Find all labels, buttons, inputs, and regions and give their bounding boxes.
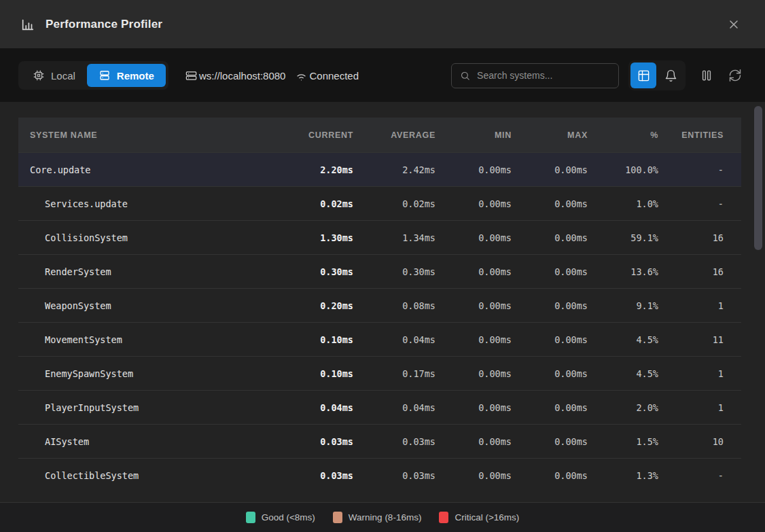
max-value: 0.00ms [512,198,588,209]
system-name: CollisionSystem [30,232,275,243]
connection-mode-toggle: Local Remote [18,61,168,90]
entities-value: 10 [658,436,724,447]
remote-mode-label: Remote [117,70,154,82]
cpu-icon [33,69,45,82]
remote-mode-button[interactable]: Remote [87,64,166,87]
table-row[interactable]: MovementSystem 0.10ms 0.04ms 0.00ms 0.00… [18,322,741,356]
min-value: 0.00ms [435,300,512,311]
column-header-min: MIN [435,130,512,140]
max-value: 0.00ms [512,368,588,379]
column-header-current: CURRENT [275,130,353,140]
max-value: 0.00ms [512,470,588,481]
average-value: 0.04ms [353,402,435,413]
average-value: 0.17ms [353,368,435,379]
alerts-button[interactable] [658,63,683,88]
critical-label: Critical (>16ms) [455,512,519,522]
current-value: 0.10ms [275,368,353,379]
local-mode-button[interactable]: Local [21,64,87,87]
table-row[interactable]: AISystem 0.03ms 0.03ms 0.00ms 0.00ms 1.5… [18,424,741,458]
column-header-max: MAX [512,130,588,140]
title-bar: Performance Profiler [0,0,765,49]
table-row[interactable]: Services.update 0.02ms 0.02ms 0.00ms 0.0… [18,186,741,220]
min-value: 0.00ms [435,266,512,277]
table-row[interactable]: RenderSystem 0.30ms 0.30ms 0.00ms 0.00ms… [18,254,741,288]
table-row[interactable]: EnemySpawnSystem 0.10ms 0.17ms 0.00ms 0.… [18,356,741,390]
system-name: RenderSystem [30,266,275,277]
current-value: 0.20ms [275,300,353,311]
toolbar: Local Remote ws://localhost:8080 [0,49,765,102]
table-row[interactable]: CollisionSystem 1.30ms 1.34ms 0.00ms 0.0… [18,220,741,254]
percent-value: 2.0% [588,402,658,413]
view-buttons-group [628,60,686,90]
pause-button[interactable] [695,64,718,87]
system-name: Core.update [30,164,275,175]
column-header-system-name: SYSTEM NAME [30,130,275,140]
average-value: 0.04ms [353,334,435,345]
min-value: 0.00ms [435,368,512,379]
current-value: 2.20ms [275,164,353,175]
table-row[interactable]: WeaponSystem 0.20ms 0.08ms 0.00ms 0.00ms… [18,288,741,322]
good-label: Good (<8ms) [262,512,315,522]
percent-value: 1.0% [588,198,658,209]
min-value: 0.00ms [435,232,512,243]
layout-grid-icon [637,69,650,82]
entities-value: - [658,198,724,209]
percent-value: 1.5% [588,436,658,447]
min-value: 0.00ms [435,470,512,481]
current-value: 0.03ms [275,470,353,481]
connection-status: Connected [309,70,359,82]
legend-item-critical: Critical (>16ms) [439,512,519,523]
column-header-average: AVERAGE [353,130,435,140]
average-value: 2.42ms [353,164,435,175]
table-row[interactable]: Core.update 2.20ms 2.42ms 0.00ms 0.00ms … [18,152,741,186]
system-name: AISystem [30,436,275,447]
entities-value: 1 [658,300,724,311]
current-value: 0.30ms [275,266,353,277]
system-name: PlayerInputSystem [30,402,275,413]
average-value: 0.03ms [353,470,435,481]
system-name: Services.update [30,198,275,209]
min-value: 0.00ms [435,402,512,413]
max-value: 0.00ms [512,164,588,175]
bell-icon [664,69,677,82]
average-value: 0.02ms [353,198,435,209]
min-value: 0.00ms [435,436,512,447]
entities-value: 16 [658,232,724,243]
search-box [451,63,619,88]
connection-info: ws://localhost:8080 Connected [185,69,359,82]
scrollbar-track[interactable] [754,103,762,502]
table-view-button[interactable] [630,63,656,88]
percent-value: 4.5% [588,368,658,379]
system-name: EnemySpawnSystem [30,368,275,379]
entities-value: 11 [658,334,724,345]
table-row[interactable]: CollectibleSystem 0.03ms 0.03ms 0.00ms 0… [18,458,741,487]
average-value: 0.30ms [353,266,435,277]
entities-value: - [658,470,724,481]
pause-icon [700,69,713,82]
ws-url-group: ws://localhost:8080 [185,69,286,82]
search-input[interactable] [477,70,610,81]
legend-item-warning: Warning (8-16ms) [333,512,422,523]
current-value: 0.10ms [275,334,353,345]
percent-value: 4.5% [588,334,658,345]
systems-table: SYSTEM NAME CURRENT AVERAGE MIN MAX % EN… [18,118,741,487]
current-value: 0.04ms [275,402,353,413]
percent-value: 1.3% [588,470,658,481]
close-icon [727,18,741,31]
column-header-entities: ENTITIES [658,130,724,140]
entities-value: 1 [658,368,724,379]
min-value: 0.00ms [435,334,512,345]
max-value: 0.00ms [512,436,588,447]
scrollbar-thumb[interactable] [754,106,762,250]
table-header-row: SYSTEM NAME CURRENT AVERAGE MIN MAX % EN… [18,118,741,152]
min-value: 0.00ms [435,198,512,209]
page-title: Performance Profiler [46,18,723,31]
refresh-button[interactable] [724,64,747,87]
current-value: 0.03ms [275,436,353,447]
server-icon [99,69,111,82]
table-row[interactable]: PlayerInputSystem 0.04ms 0.04ms 0.00ms 0… [18,390,741,424]
average-value: 1.34ms [353,232,435,243]
close-button[interactable] [723,14,745,35]
performance-profiler-window: { "window": { "title": "Performance Prof… [0,0,765,532]
warning-swatch [333,512,342,523]
